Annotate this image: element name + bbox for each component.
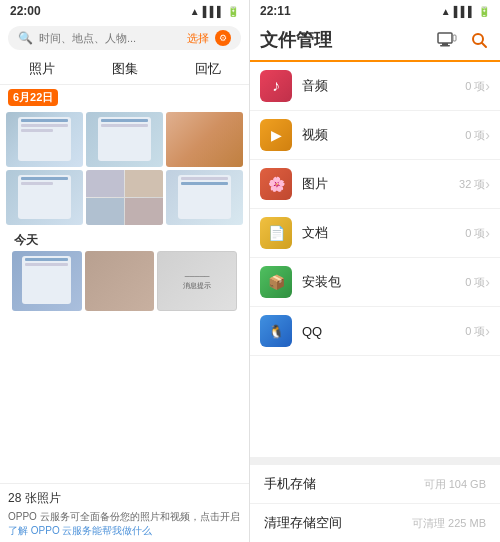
chevron-right-icon: ›	[485, 274, 490, 290]
date-section-label: 6月22日	[0, 85, 249, 108]
clean-storage-value: 可清理 225 MB	[412, 516, 486, 531]
wifi-icon: ▲	[441, 6, 451, 17]
clean-storage-label: 清理存储空间	[264, 514, 342, 532]
today-photo-thumb[interactable]	[12, 251, 82, 311]
doc-info: 文档	[302, 224, 465, 242]
bottom-info: 28 张照片 OPPO 云服务可全面备份您的照片和视频，点击开启 了解 OPPO…	[0, 483, 249, 542]
status-bar-right: 22:11 ▲ ▌▌▌ 🔋	[250, 0, 500, 22]
photo-row-2	[6, 170, 243, 225]
monitor-icon[interactable]	[436, 29, 458, 51]
file-item-doc[interactable]: 📄 文档 0 项 ›	[250, 209, 500, 258]
svg-rect-2	[440, 45, 450, 47]
photo-grid: 今天 ─────消息提示	[0, 108, 249, 483]
apk-count: 0 项	[465, 275, 485, 290]
settings-icon[interactable]: ⚙	[215, 30, 231, 46]
status-icons-right: ▲ ▌▌▌ 🔋	[441, 6, 490, 17]
header-icon-group	[436, 29, 490, 51]
today-row: ─────消息提示	[6, 251, 243, 311]
battery-icon: 🔋	[478, 6, 490, 17]
tab-albums[interactable]: 图集	[106, 58, 144, 80]
oppo-learn-link[interactable]: 了解 OPPO 云服务能帮我做什么	[8, 524, 241, 538]
svg-line-5	[482, 43, 486, 47]
tabs-row: 照片 图集 回忆	[0, 54, 249, 85]
search-bar[interactable]: 🔍 选择 ⚙	[8, 26, 241, 50]
file-item-video[interactable]: ▶ 视频 0 项 ›	[250, 111, 500, 160]
image-label: 图片	[302, 175, 459, 193]
select-button[interactable]: 选择	[187, 31, 209, 46]
doc-icon: 📄	[260, 217, 292, 249]
qq-count: 0 项	[465, 324, 485, 339]
image-icon: 🌸	[260, 168, 292, 200]
right-panel: 22:11 ▲ ▌▌▌ 🔋 文件管理	[250, 0, 500, 542]
qq-icon: 🐧	[260, 315, 292, 347]
left-panel: 22:00 ▲ ▌▌▌ 🔋 🔍 选择 ⚙ 照片 图集 回忆 6月22日	[0, 0, 250, 542]
audio-info: 音频	[302, 77, 465, 95]
apk-label: 安装包	[302, 273, 465, 291]
chevron-right-icon: ›	[485, 127, 490, 143]
search-icon: 🔍	[18, 31, 33, 45]
file-list: ♪ 音频 0 项 › ▶ 视频 0 项 › 🌸 图片 32	[250, 62, 500, 457]
photo-thumb[interactable]	[86, 112, 163, 167]
svg-rect-0	[438, 33, 452, 43]
file-item-qq[interactable]: 🐧 QQ 0 项 ›	[250, 307, 500, 356]
video-icon: ▶	[260, 119, 292, 151]
doc-label: 文档	[302, 224, 465, 242]
chevron-right-icon: ›	[485, 78, 490, 94]
battery-icon: 🔋	[227, 6, 239, 17]
video-count: 0 项	[465, 128, 485, 143]
photo-count: 28 张照片	[8, 490, 241, 507]
today-photo-thumb[interactable]: ─────消息提示	[157, 251, 237, 311]
qq-info: QQ	[302, 324, 465, 339]
doc-count: 0 项	[465, 226, 485, 241]
phone-storage-value: 可用 104 GB	[424, 477, 486, 492]
today-label: 今天	[6, 228, 243, 251]
photo-thumb[interactable]	[166, 112, 243, 167]
status-bar-left: 22:00 ▲ ▌▌▌ 🔋	[0, 0, 249, 22]
today-photo-thumb[interactable]	[85, 251, 155, 311]
tab-memories[interactable]: 回忆	[189, 58, 227, 80]
photo-thumb[interactable]	[166, 170, 243, 225]
phone-storage-item[interactable]: 手机存储 可用 104 GB	[250, 465, 500, 504]
chevron-right-icon: ›	[485, 225, 490, 241]
qq-label: QQ	[302, 324, 465, 339]
svg-rect-1	[442, 43, 448, 45]
signal-icon: ▌▌▌	[454, 6, 475, 17]
phone-storage-label: 手机存储	[264, 475, 316, 493]
audio-count: 0 项	[465, 79, 485, 94]
clean-storage-item[interactable]: 清理存储空间 可清理 225 MB	[250, 504, 500, 542]
photo-thumb[interactable]	[86, 170, 163, 225]
search-input[interactable]	[39, 32, 181, 44]
signal-icon: ▌▌▌	[203, 6, 224, 17]
photo-thumb[interactable]	[6, 112, 83, 167]
wifi-icon: ▲	[190, 6, 200, 17]
oppo-backup-info: OPPO 云服务可全面备份您的照片和视频，点击开启	[8, 510, 241, 524]
file-item-apk[interactable]: 📦 安装包 0 项 ›	[250, 258, 500, 307]
apk-info: 安装包	[302, 273, 465, 291]
storage-section: 手机存储 可用 104 GB 清理存储空间 可清理 225 MB	[250, 457, 500, 542]
tab-photos[interactable]: 照片	[23, 58, 61, 80]
audio-icon: ♪	[260, 70, 292, 102]
apk-icon: 📦	[260, 266, 292, 298]
audio-label: 音频	[302, 77, 465, 95]
file-manager-header: 文件管理	[250, 22, 500, 62]
svg-rect-3	[453, 35, 456, 41]
search-icon[interactable]	[468, 29, 490, 51]
status-time-left: 22:00	[10, 4, 41, 18]
image-info: 图片	[302, 175, 459, 193]
photo-thumb[interactable]	[6, 170, 83, 225]
file-item-image[interactable]: 🌸 图片 32 项 ›	[250, 160, 500, 209]
chevron-right-icon: ›	[485, 323, 490, 339]
status-time-right: 22:11	[260, 4, 291, 18]
photo-row-1	[6, 112, 243, 167]
image-count: 32 项	[459, 177, 485, 192]
status-icons-left: ▲ ▌▌▌ 🔋	[190, 6, 239, 17]
video-label: 视频	[302, 126, 465, 144]
dialog-text: ─────消息提示	[183, 272, 211, 290]
chevron-right-icon: ›	[485, 176, 490, 192]
date-badge: 6月22日	[8, 89, 58, 106]
video-info: 视频	[302, 126, 465, 144]
file-item-audio[interactable]: ♪ 音频 0 项 ›	[250, 62, 500, 111]
file-manager-title: 文件管理	[260, 28, 332, 52]
